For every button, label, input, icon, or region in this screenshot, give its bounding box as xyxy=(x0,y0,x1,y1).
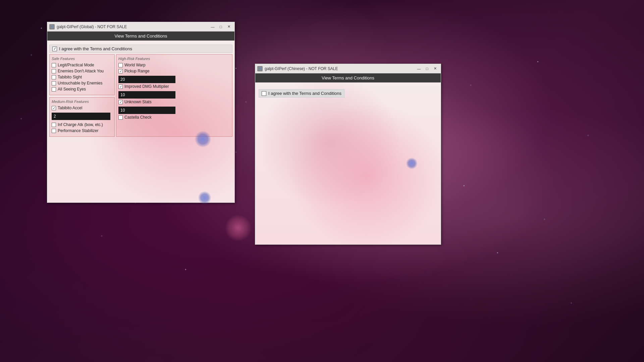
unknown-stats-input[interactable] xyxy=(118,107,175,114)
feature-castella-check: Castella Check xyxy=(118,115,230,120)
feature-enemies-attack-label: Enemies Don't Attack You xyxy=(58,69,104,73)
feature-legit-label: Legit/Practical Mode xyxy=(58,63,94,67)
feature-tabibito-accel-label: Tabibito Accel xyxy=(58,106,82,110)
window-global: ⬡ galpt-GIPerf (Global) - NOT FOR SALE —… xyxy=(47,22,235,203)
window2-terms-checkbox[interactable] xyxy=(262,91,266,96)
feature-unknown-stats: ✓ Unknown Stats xyxy=(118,100,230,104)
app-icon-symbol: ⬡ xyxy=(50,24,54,29)
window2-titlebar: ⬡ galpt-GIPerf (Chinese) - NOT FOR SALE … xyxy=(255,64,441,73)
feature-legit-checkbox[interactable] xyxy=(52,63,56,67)
feature-untouchable-checkbox[interactable] xyxy=(52,81,56,85)
feature-enemies-attack-checkbox[interactable] xyxy=(52,69,56,73)
feature-castella-check-checkbox[interactable] xyxy=(118,115,123,120)
feature-castella-check-label: Castella Check xyxy=(124,115,152,120)
feature-all-seeing-label: All Seeing Eyes xyxy=(58,87,86,92)
feature-unknown-stats-label: Unknown Stats xyxy=(124,100,152,104)
safe-features-section: Safe Features Legit/Practical Mode Enemi… xyxy=(49,54,115,95)
medium-features-title: Medium-Risk Features xyxy=(52,100,112,104)
window2-titlebar-left: ⬡ galpt-GIPerf (Chinese) - NOT FOR SALE xyxy=(257,66,338,71)
blue-orb-3 xyxy=(406,158,418,169)
window2-minimize[interactable]: — xyxy=(415,66,423,72)
feature-untouchable: Untouchable by Enemies xyxy=(52,81,112,85)
feature-perf-stabilizer-checkbox[interactable] xyxy=(52,129,56,133)
feature-dmg-multiplier: ✓ Improved DMG Multiplier xyxy=(118,84,230,89)
window1-terms-text: I agree with the Terms and Conditions xyxy=(59,46,132,51)
feature-pickup-range: ✓ Pickup Range xyxy=(118,69,230,73)
window2-app-icon: ⬡ xyxy=(257,66,263,71)
window-chinese: ⬡ galpt-GIPerf (Chinese) - NOT FOR SALE … xyxy=(255,64,441,245)
window2-terms-area: I agree with the Terms and Conditions xyxy=(255,82,441,104)
feature-tabibito-accel: ✓ Tabibito Accel xyxy=(52,106,112,110)
window1-close[interactable]: ✕ xyxy=(225,24,232,30)
window1-header: View Terms and Conditions xyxy=(47,32,234,41)
window2-terms-bar[interactable]: I agree with the Terms and Conditions xyxy=(259,89,344,98)
window2-controls: — □ ✕ xyxy=(415,66,439,72)
tabibito-accel-input[interactable] xyxy=(52,113,110,120)
feature-dmg-multiplier-checkbox[interactable]: ✓ xyxy=(118,84,123,89)
high-features-section: High-Risk Features World Warp ✓ Pickup R… xyxy=(116,54,232,137)
feature-perf-stabilizer: Performance Stabilizer xyxy=(52,128,112,133)
window1-controls: — □ ✕ xyxy=(209,24,232,30)
feature-world-warp-checkbox[interactable] xyxy=(118,63,123,67)
pickup-range-input[interactable] xyxy=(118,76,175,83)
feature-world-warp: World Warp xyxy=(118,63,230,67)
window2-app-icon-symbol: ⬡ xyxy=(258,66,262,71)
feature-world-warp-label: World Warp xyxy=(124,63,146,67)
feature-tabibito-sight: Tabibito Sight xyxy=(52,75,112,79)
window2-close[interactable]: ✕ xyxy=(431,66,439,72)
safe-features-title: Safe Features xyxy=(52,57,112,61)
feature-tabibito-sight-checkbox[interactable] xyxy=(52,75,56,79)
dmg-multiplier-input[interactable] xyxy=(118,91,175,99)
feature-inf-charge-checkbox[interactable] xyxy=(52,123,56,127)
window1-minimize[interactable]: — xyxy=(209,24,216,30)
window1-maximize[interactable]: □ xyxy=(217,24,224,30)
feature-inf-charge-label: Inf Charge Atk (bow, etc.) xyxy=(58,122,103,127)
window1-terms-bar[interactable]: ✓ I agree with the Terms and Conditions xyxy=(49,45,232,53)
feature-untouchable-label: Untouchable by Enemies xyxy=(58,81,102,85)
blue-orb-2 xyxy=(198,191,211,204)
feature-tabibito-accel-checkbox[interactable]: ✓ xyxy=(52,106,56,110)
pink-orb xyxy=(225,215,252,241)
high-features-title: High-Risk Features xyxy=(118,57,230,61)
feature-pickup-range-checkbox[interactable]: ✓ xyxy=(118,69,123,73)
medium-features-section: Medium-Risk Features ✓ Tabibito Accel In… xyxy=(49,97,115,137)
feature-pickup-range-label: Pickup Range xyxy=(124,69,150,73)
feature-enemies-attack: Enemies Don't Attack You xyxy=(52,69,112,73)
feature-all-seeing-checkbox[interactable] xyxy=(52,87,56,92)
window1-title: galpt-GIPerf (Global) - NOT FOR SALE xyxy=(57,24,127,29)
feature-tabibito-sight-label: Tabibito Sight xyxy=(58,75,82,79)
window2-title: galpt-GIPerf (Chinese) - NOT FOR SALE xyxy=(265,66,338,71)
window1-terms-checkbox[interactable]: ✓ xyxy=(52,47,57,51)
window1-titlebar: ⬡ galpt-GIPerf (Global) - NOT FOR SALE —… xyxy=(47,22,234,32)
feature-unknown-stats-checkbox[interactable]: ✓ xyxy=(118,100,123,104)
feature-legit: Legit/Practical Mode xyxy=(52,63,112,67)
app-icon: ⬡ xyxy=(49,24,55,29)
feature-perf-stabilizer-label: Performance Stabilizer xyxy=(58,128,98,133)
feature-all-seeing: All Seeing Eyes xyxy=(52,87,112,92)
feature-inf-charge: Inf Charge Atk (bow, etc.) xyxy=(52,122,112,127)
window2-header: View Terms and Conditions xyxy=(255,73,441,82)
feature-dmg-multiplier-label: Improved DMG Multiplier xyxy=(124,84,169,89)
window2-maximize[interactable]: □ xyxy=(423,66,431,72)
window2-terms-text: I agree with the Terms and Conditions xyxy=(268,91,341,96)
titlebar-left: ⬡ galpt-GIPerf (Global) - NOT FOR SALE xyxy=(49,24,127,29)
blue-orb-1 xyxy=(195,131,211,147)
